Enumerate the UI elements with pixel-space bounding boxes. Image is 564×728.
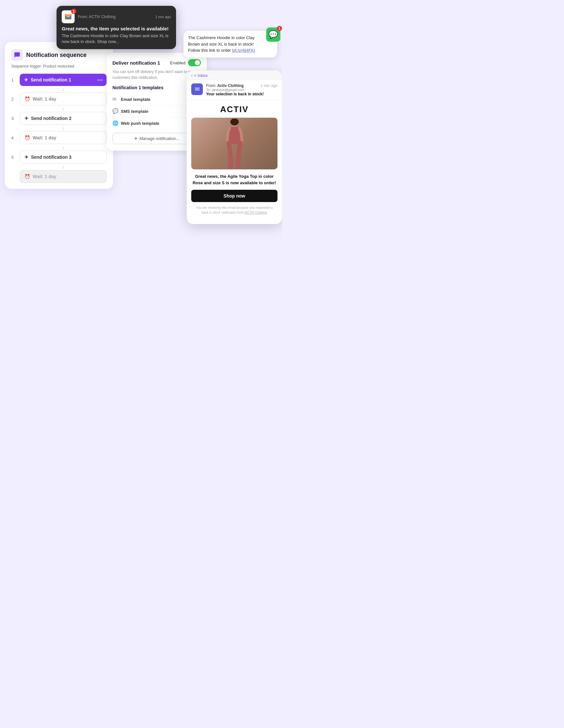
gmail-from: From: ACTIV Clothing [78,15,116,19]
step-item-1[interactable]: 1 ✈ Send notification 1 ⋯ [11,74,107,86]
sequence-trigger: Sequence trigger: Product restocked [11,64,107,69]
email-body: ACTIV Great news, the Agile Yoga Top in … [187,100,282,224]
sequence-card: Notification sequence Sequence trigger: … [5,42,113,189]
sms-link[interactable]: bit.ly/4jj4FKt [232,48,255,53]
step-item-2: 2 ⏰ Wait: 1 day [11,92,107,105]
sms-notification: 💬 1 The Cashmere Hoodie in color Clay Br… [184,31,277,58]
sms-body: The Cashmere Hoodie in color Clay Brown … [188,35,273,54]
wait-icon-2: ⏰ [25,135,30,140]
step-number-2: 2 [11,97,16,102]
product-image [191,118,278,169]
step-item-disabled: ⏰ Wait: 1 day [11,170,107,183]
step-label-5: Send notification 3 [31,155,71,160]
manage-icon: ✈ [134,136,138,141]
send-icon-3: ✈ [25,155,28,160]
sms-icon-wrap: 💬 1 [266,27,281,42]
step-label-2: Wait: 1 day [33,96,56,102]
manage-label: Manage notification... [140,136,180,141]
step-number-3: 3 [11,116,16,121]
back-chevron-icon: ‹ [191,73,193,78]
step-box-2[interactable]: ⏰ Wait: 1 day [20,92,107,105]
arrow-1: ↓ [20,87,107,92]
step-number-1: 1 [11,78,16,82]
email-subject: Your selection is back in stock! [206,92,278,96]
step-item-4: 4 ⏰ Wait: 1 day [11,131,107,144]
footer-link[interactable]: ACTIV Clothing [245,211,267,214]
from-label: From: [206,83,216,88]
step-box-3[interactable]: ✈ Send notification 2 [20,112,107,125]
step-box-disabled: ⏰ Wait: 1 day [20,170,107,183]
email-envelope-icon: ✉ [191,83,203,95]
email-body-text: Great news, the Agile Yoga Top in color … [191,173,278,186]
svg-point-1 [230,119,239,125]
step-box-4[interactable]: ⏰ Wait: 1 day [20,131,107,144]
sms-template-name: SMS template [121,109,185,114]
arrow-3: ↓ [20,125,107,131]
toggle-thumb [195,60,200,65]
step-number-5: 5 [11,155,16,160]
arrow-2: ↓ [20,106,107,111]
gmail-badge: 1 [71,9,76,14]
step-label-3: Send notification 2 [31,116,71,121]
gmail-notification: 1 From: ACTIV Clothing 1 min ago Great n… [57,6,176,49]
email-timestamp: 1 min ago [261,83,278,88]
send-icon-1: ✈ [24,77,28,82]
step-more-1[interactable]: ⋯ [97,77,103,83]
inbox-label: < Inbox [194,73,208,78]
step-label-4: Wait: 1 day [33,135,56,140]
product-silhouette [222,119,248,169]
brand-logo: ACTIV [191,104,278,114]
sms-badge: 1 [277,26,282,31]
arrow-5: ↓ [20,164,107,169]
email-template-name: Email template [121,97,185,102]
email-from: From: Activ Clothing [206,83,244,88]
wait-icon-1: ⏰ [25,96,30,102]
detail-title: Deliver notification 1 [112,60,160,66]
step-box-5[interactable]: ✈ Send notification 3 [20,151,107,164]
gmail-icon-wrap: 1 [62,10,75,23]
sequence-card-icon [11,49,23,61]
sequence-card-title: Notification sequence [26,52,87,59]
from-name: Activ Clothing [218,83,244,88]
email-to: To: janedoe@gmail.com [206,88,278,92]
step-label-1: Send notification 1 [31,77,71,82]
email-template-icon: ✉ [112,96,118,102]
step-item-3[interactable]: 3 ✈ Send notification 2 [11,112,107,125]
send-icon-2: ✈ [25,116,28,121]
step-list: 1 ✈ Send notification 1 ⋯ ↓ 2 ⏰ Wait: 1 … [11,74,107,183]
webpush-template-icon: 🌐 [112,120,118,126]
shop-now-button[interactable]: Shop now [191,190,278,202]
gmail-body: The Cashmere Hoodie in color Clay Brown … [62,33,171,45]
enabled-label: Enabled [170,60,186,65]
wait-icon-disabled: ⏰ [25,174,30,179]
email-status-bar: ‹ < Inbox [187,70,282,80]
step-box-1[interactable]: ✈ Send notification 1 ⋯ [20,74,107,86]
inbox-back-button[interactable]: ‹ < Inbox [191,73,278,78]
step-item-5[interactable]: 5 ✈ Send notification 3 [11,151,107,164]
step-number-4: 4 [11,135,16,140]
enabled-toggle[interactable] [188,59,201,66]
gmail-subject: Great news, the item you selected is ava… [62,26,171,31]
arrow-4: ↓ [20,145,107,150]
email-meta: From: Activ Clothing 1 min ago To: janed… [206,83,278,96]
email-header: ✉ From: Activ Clothing 1 min ago To: jan… [187,80,282,100]
email-footer: You are receiving this email because you… [191,205,278,219]
email-preview-card: ‹ < Inbox ✉ From: Activ Clothing 1 min a… [187,70,282,224]
sms-template-icon: 💬 [112,108,118,114]
gmail-time: 1 min ago [155,15,171,19]
step-label-disabled: Wait: 1 day [33,174,56,179]
